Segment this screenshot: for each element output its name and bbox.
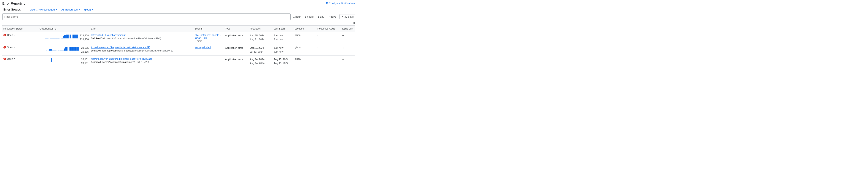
time-range-label: 30 days [344,15,353,18]
seen-in-more[interactable]: 5 more [195,39,223,42]
last-seen-cell: Just nowJust now [273,44,293,56]
chevron-down-icon [14,47,15,48]
col-header-occurrences[interactable]: Occurrences [38,26,90,32]
response-code-cell: - [316,44,341,56]
sparkline [45,34,78,38]
table-row: !Open128,908128,908InterruptedIOExceptio… [2,32,355,44]
sort-descending-icon [54,27,57,30]
time-range-selector: 1 hour6 hours1 day7 days30 days [292,14,355,19]
col-header-location[interactable]: Location [293,26,316,32]
region-filter-dropdown[interactable]: global [84,8,93,11]
sparkline [46,46,80,51]
bell-plus-icon [325,2,328,5]
resources-filter-dropdown[interactable]: All Resources [61,8,80,11]
location-cell: global [293,44,316,56]
error-subtitle: 44/email_server/views/confirmation.erb(_… [91,61,193,63]
error-subtitle: 398RealCall.kt(okhttp3.internal.connecti… [91,37,193,40]
chevron-down-icon [79,9,80,10]
response-code-cell: - [316,56,341,67]
table-row: !Open20,13120,131NoMethodError: undefine… [2,56,355,67]
first-seen-cell: Oct 10, 2023Jul 30, 2024 [249,44,273,56]
time-range-option[interactable]: 6 hours [304,14,314,19]
last-seen-cell: Just nowJust now [273,32,293,44]
time-range-label: 6 hours [305,15,313,18]
add-issue-link-button[interactable]: + [342,57,344,61]
time-range-option[interactable]: 1 day [317,14,325,19]
status-dropdown[interactable]: !Open [3,57,37,60]
location-cell: global [293,32,316,44]
col-header-last-seen[interactable]: Last Seen [273,26,293,32]
resources-filter-label: All Resources [61,8,78,11]
time-range-option[interactable]: 7 days [328,14,337,19]
alert-icon: ! [3,46,6,49]
error-subtitle: 95node:internal/process/task_queues(proc… [91,49,193,52]
first-seen-cell: Aug 15, 2024Aug 21, 2024 [249,32,273,44]
status-label: Open [7,46,13,49]
table-row: !Open20,69520,695Actual message: "Reques… [2,44,355,56]
error-title-link[interactable]: InterruptedIOException: timeout [91,34,126,36]
status-filter-label: Open, Acknowledged [30,8,55,11]
col-header-first-seen[interactable]: First Seen [249,26,273,32]
col-header-resolution-status[interactable]: Resolution Status [2,26,38,32]
chevron-down-icon [14,58,15,59]
chevron-down-icon [14,35,15,35]
type-cell: Application error [224,44,249,56]
type-cell: Application error [224,32,249,44]
error-title-link[interactable]: NoMethodError: undefined method `each' f… [91,57,152,60]
add-issue-link-button[interactable]: + [342,46,344,50]
col-header-response-code[interactable]: Response Code [316,26,341,32]
time-range-option[interactable]: 30 days [340,14,355,19]
location-cell: global [293,56,316,67]
col-header-issue-link[interactable]: Issue Link [341,26,355,32]
error-groups-table: Resolution Status Occurrences Error Seen… [2,25,355,67]
occurrence-counts: 20,13120,131 [81,57,89,65]
page-title: Error Reporting [2,2,25,5]
chevron-down-icon [92,9,93,10]
chevron-down-icon [56,9,57,10]
alert-icon: ! [3,58,6,60]
col-header-seen-in[interactable]: Seen In [193,26,224,32]
time-range-option[interactable]: 1 hour [292,14,301,19]
col-header-type[interactable]: Type [224,26,249,32]
section-title: Error Groups [3,8,21,11]
configure-notifications-label: Configure Notifications [329,2,355,5]
alert-icon: ! [3,34,6,36]
occurrence-counts: 20,69520,695 [81,46,89,54]
time-range-label: 1 hour [293,15,301,18]
last-seen-cell: Aug 15, 2024Aug 15, 2024 [273,56,293,67]
time-range-label: 1 day [318,15,324,18]
filter-errors-input[interactable] [4,15,288,18]
seen-in-link[interactable]: test-mpaluda-1 [195,46,211,49]
first-seen-cell: Aug 14, 2024Aug 14, 2024 [249,56,273,67]
region-filter-label: global [84,8,91,11]
add-issue-link-button[interactable]: + [342,34,344,37]
status-dropdown[interactable]: !Open [3,46,37,49]
status-label: Open [7,34,13,36]
configure-notifications-link[interactable]: Configure Notifications [325,2,355,5]
status-dropdown[interactable]: !Open [3,34,37,36]
time-range-label: 7 days [328,15,336,18]
seen-in-link[interactable]: gke_instances: opente …69664-7lslp [195,34,222,39]
status-label: Open [7,57,13,60]
response-code-cell: - [316,32,341,44]
filter-input-container[interactable] [2,13,290,20]
column-settings-icon[interactable] [352,22,355,25]
error-title-link[interactable]: Actual message: "Request failed with sta… [91,46,150,49]
sparkline [46,58,80,62]
status-filter-dropdown[interactable]: Open, Acknowledged [30,8,57,11]
check-icon [341,15,343,18]
type-cell: Application error [224,56,249,67]
col-header-error[interactable]: Error [90,26,193,32]
occurrence-counts: 128,908128,908 [80,34,89,41]
